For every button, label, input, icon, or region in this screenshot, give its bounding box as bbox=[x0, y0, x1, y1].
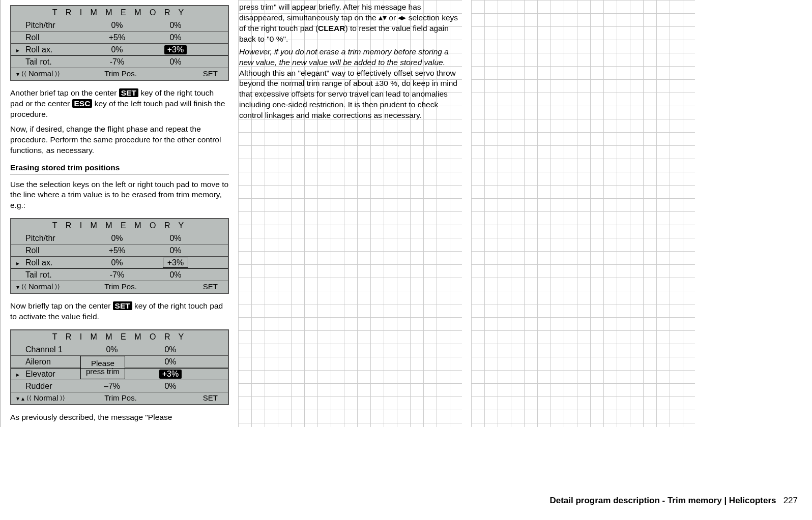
body-text: Another brief tap on the center SET key … bbox=[10, 88, 229, 120]
chevron-left-icon: ⟨⟨ bbox=[21, 283, 26, 290]
chevron-right-icon: ⟩⟩ bbox=[60, 394, 65, 402]
table-row: Rudder –7% 0% bbox=[11, 380, 228, 392]
table-row: Roll +5% 0% bbox=[11, 32, 228, 44]
body-text: Use the selection keys on the left or ri… bbox=[10, 179, 229, 211]
triangle-down-icon bbox=[16, 282, 19, 291]
body-text: As previously described, the message "Pl… bbox=[10, 412, 229, 423]
value-highlighted: +3% bbox=[159, 370, 182, 379]
table-row: Channel 1 0% 0% bbox=[11, 344, 228, 356]
value-boxed: +3% bbox=[163, 258, 188, 268]
chevron-right-icon: ⟩⟩ bbox=[55, 283, 60, 290]
chevron-left-icon: ⟨⟨ bbox=[21, 70, 26, 77]
set-keycap: SET bbox=[113, 301, 132, 310]
set-keycap: SET bbox=[119, 88, 138, 97]
chevron-right-icon: ⟩⟩ bbox=[55, 70, 60, 77]
lcd-title: T R I M M E M O R Y bbox=[11, 332, 228, 342]
table-row: Tail rot. -7% 0% bbox=[11, 56, 228, 68]
triangle-down-icon bbox=[16, 69, 19, 78]
table-row-selected: Roll ax. 0% +3% bbox=[11, 257, 228, 269]
table-row-selected: Elevator +3% bbox=[11, 368, 228, 380]
triangle-up-icon bbox=[21, 393, 24, 402]
body-text: press trim" will appear briefly. After h… bbox=[239, 2, 461, 45]
value-highlighted: +3% bbox=[164, 45, 187, 54]
table-row: Pitch/thr 0% 0% bbox=[11, 19, 228, 32]
grid-background bbox=[471, 0, 695, 427]
body-text: Now, if desired, change the flight phase… bbox=[10, 124, 229, 156]
subheading: Erasing stored trim positions bbox=[10, 163, 229, 174]
lcd-footer: ⟨⟨ Normal ⟩⟩ Trim Pos. SET bbox=[11, 68, 228, 79]
page-number: 227 bbox=[784, 496, 798, 505]
triangle-down-icon bbox=[16, 393, 19, 402]
footer-title: Detail program description - Trim memory… bbox=[549, 496, 776, 505]
lcd-title: T R I M M E M O R Y bbox=[11, 8, 228, 17]
table-row-selected: Roll ax. 0% +3% bbox=[11, 44, 228, 56]
body-text: However, if you do not erase a trim memo… bbox=[239, 47, 461, 121]
chevron-left-icon: ⟨⟨ bbox=[26, 394, 32, 402]
lcd-display-3: T R I M M E M O R Y Channel 1 0% 0% Aile… bbox=[10, 329, 229, 405]
triangle-right-icon bbox=[16, 370, 25, 379]
lcd-footer: ⟨⟨ Normal ⟩⟩ Trim Pos. SET bbox=[11, 281, 228, 292]
table-row: Aileron 0% Please press trim bbox=[11, 356, 228, 368]
triangle-right-icon bbox=[16, 45, 25, 54]
body-text: Now briefly tap on the center SET key of… bbox=[10, 301, 229, 322]
esc-keycap: ESC bbox=[72, 99, 93, 108]
lcd-footer: ⟨⟨ Normal ⟩⟩ Trim Pos. SET bbox=[11, 392, 228, 403]
clear-key-label: CLEAR bbox=[318, 24, 345, 33]
triangle-right-icon bbox=[16, 258, 25, 267]
table-row: Pitch/thr 0% 0% bbox=[11, 232, 228, 244]
page-footer: Detail program description - Trim memory… bbox=[549, 496, 798, 506]
lcd-title: T R I M M E M O R Y bbox=[11, 221, 228, 230]
lcd-display-1: T R I M M E M O R Y Pitch/thr 0% 0% Roll… bbox=[10, 5, 229, 81]
lcd-display-2: T R I M M E M O R Y Pitch/thr 0% 0% Roll… bbox=[10, 218, 229, 294]
table-row: Tail rot. -7% 0% bbox=[11, 269, 228, 281]
table-row: Roll +5% 0% bbox=[11, 244, 228, 257]
